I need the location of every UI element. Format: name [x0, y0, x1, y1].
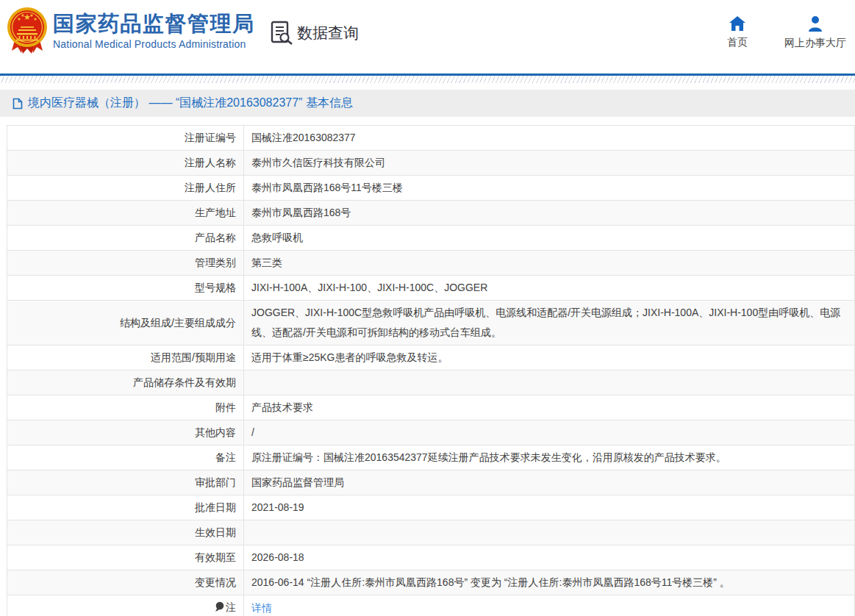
row-label: 有效期至	[7, 545, 244, 570]
table-row: 产品名称 急救呼吸机	[7, 226, 855, 251]
row-label: 结构及组成/主要组成成分	[7, 301, 244, 345]
row-label-text: 批准日期	[195, 501, 236, 513]
row-label-text: 管理类别	[195, 257, 236, 268]
table-row: 适用范围/预期用途 适用于体重≥25KG患者的呼吸急救及转运。	[7, 345, 855, 370]
row-label-text: 变更情况	[195, 576, 236, 588]
agency-title-cn: 国家药品监督管理局	[53, 11, 255, 36]
row-value	[244, 520, 855, 545]
row-label-text: 产品名称	[195, 232, 236, 243]
row-label: 型号规格	[7, 276, 244, 301]
page-header: ★ ★ ★ ★ ★ 国家药品监督管理局 National Medical Pro…	[0, 0, 855, 74]
table-row: 备注 原注册证编号：国械注准20163542377延续注册产品技术要求未发生变化…	[7, 445, 855, 470]
row-label-text: 结构及组成/主要组成成分	[120, 317, 236, 329]
row-label-text: 注册证编号	[185, 132, 236, 143]
row-value: 产品技术要求	[244, 395, 855, 420]
row-label-text: 适用范围/预期用途	[151, 351, 236, 363]
table-row: 其他内容 /	[7, 420, 855, 445]
row-label-text: 产品储存条件及有效期	[133, 376, 236, 388]
table-row: 注册人住所 泰州市凤凰西路168号11号楼三楼	[7, 176, 855, 201]
header-divider-stripes	[0, 76, 855, 83]
nav-home-label: 首页	[727, 36, 748, 49]
home-icon	[729, 16, 745, 31]
svg-text:★: ★	[33, 17, 37, 21]
row-label: 产品名称	[7, 226, 244, 251]
row-label-text: 注	[226, 601, 236, 613]
table-row: 型号规格 JIXI-H-100A、JIXI-H-100、JIXI-H-100C、…	[7, 276, 855, 301]
row-value: 急救呼吸机	[244, 226, 855, 251]
table-row: 有效期至 2026-08-18	[7, 545, 855, 570]
file-icon	[12, 98, 23, 110]
table-row: 审批部门 国家药品监督管理局	[7, 470, 855, 495]
row-value: 泰州市凤凰西路168号11号楼三楼	[244, 176, 855, 201]
row-value: /	[244, 420, 855, 445]
row-label: 审批部门	[7, 470, 244, 495]
national-emblem-icon: ★ ★ ★ ★ ★	[7, 7, 48, 55]
table-row: 产品储存条件及有效期	[7, 370, 855, 395]
nav-item-home[interactable]: 首页	[721, 16, 754, 50]
data-query-tab[interactable]: 数据查询	[271, 21, 359, 45]
brand-block: 国家药品监督管理局 National Medical Products Admi…	[53, 11, 255, 50]
row-label: 其他内容	[7, 420, 244, 445]
row-value: 国家药品监督管理局	[244, 470, 855, 495]
user-icon	[807, 16, 823, 32]
table-row: 注 详情	[7, 595, 855, 616]
row-label: 产品储存条件及有效期	[7, 370, 244, 395]
row-value: 泰州市久信医疗科技有限公司	[244, 151, 855, 176]
row-value: 2026-08-18	[244, 545, 855, 570]
row-value: 2016-06-14 “注册人住所:泰州市凤凰西路168号” 变更为 “注册人住…	[244, 570, 855, 595]
table-row: 结构及组成/主要组成成分 JOGGER、JIXI-H-100C型急救呼吸机产品由…	[7, 301, 855, 345]
row-value: JIXI-H-100A、JIXI-H-100、JIXI-H-100C、JOGGE…	[244, 276, 855, 301]
row-label-text: 附件	[215, 401, 236, 413]
row-label-text: 备注	[215, 451, 236, 463]
row-label-text: 型号规格	[195, 282, 236, 293]
row-value: 适用于体重≥25KG患者的呼吸急救及转运。	[244, 345, 855, 370]
row-value: 原注册证编号：国械注准20163542377延续注册产品技术要求未发生变化，沿用…	[244, 445, 855, 470]
table-row: 生产地址 泰州市凤凰西路168号	[7, 201, 855, 226]
bulb-icon	[215, 599, 224, 616]
table-row: 注册人名称 泰州市久信医疗科技有限公司	[7, 151, 855, 176]
row-label: 附件	[7, 395, 244, 420]
table-row: 附件 产品技术要求	[7, 395, 855, 420]
row-label: 管理类别	[7, 251, 244, 276]
row-label-text: 有效期至	[195, 551, 236, 563]
row-value: 泰州市凤凰西路168号	[244, 201, 855, 226]
row-label: 适用范围/预期用途	[7, 345, 244, 370]
nav-hall-label: 网上办事大厅	[784, 37, 846, 50]
row-value: JOGGER、JIXI-H-100C型急救呼吸机产品由呼吸机、电源线和适配器/开…	[244, 301, 855, 345]
row-label: 注册人住所	[7, 176, 244, 201]
breadcrumb-text: 境内医疗器械（注册） —— “国械注准20163082377” 基本信息	[28, 96, 353, 111]
doc-search-icon	[271, 21, 293, 45]
row-label: 注	[7, 595, 244, 616]
registration-info-table: 注册证编号 国械注准20163082377 注册人名称 泰州市久信医疗科技有限公…	[7, 125, 855, 616]
row-value: 国械注准20163082377	[244, 126, 855, 151]
table-row: 变更情况 2016-06-14 “注册人住所:泰州市凤凰西路168号” 变更为 …	[7, 570, 855, 595]
row-label-text: 生产地址	[195, 207, 236, 218]
svg-text:★: ★	[21, 13, 24, 18]
row-value: 第三类	[244, 251, 855, 276]
table-row: 批准日期 2021-08-19	[7, 495, 855, 520]
row-label-text: 生效日期	[195, 526, 236, 538]
row-label-text: 其他内容	[195, 426, 236, 438]
row-value	[244, 370, 855, 395]
national-emblem-logo: ★ ★ ★ ★ ★	[7, 7, 48, 55]
table-row: 生效日期	[7, 520, 855, 545]
row-label: 备注	[7, 445, 244, 470]
row-label: 注册证编号	[7, 126, 244, 151]
row-label-text: 审批部门	[195, 476, 236, 488]
row-label-text: 注册人住所	[185, 182, 236, 193]
nav-item-service-hall[interactable]: 网上办事大厅	[784, 16, 846, 50]
row-label: 生效日期	[7, 520, 244, 545]
row-label: 注册人名称	[7, 151, 244, 176]
row-label: 批准日期	[7, 495, 244, 520]
info-table-body: 注册证编号 国械注准20163082377 注册人名称 泰州市久信医疗科技有限公…	[7, 126, 855, 616]
row-value: 2021-08-19	[244, 495, 855, 520]
agency-title-en: National Medical Products Administration	[53, 38, 255, 50]
row-label: 生产地址	[7, 201, 244, 226]
table-row: 注册证编号 国械注准20163082377	[7, 126, 855, 151]
row-value: 详情	[244, 595, 855, 616]
detail-link[interactable]: 详情	[251, 602, 272, 614]
breadcrumb: 境内医疗器械（注册） —— “国械注准20163082377” 基本信息	[0, 90, 855, 117]
row-label: 变更情况	[7, 570, 244, 595]
data-query-label: 数据查询	[297, 23, 359, 43]
table-row: 管理类别 第三类	[7, 251, 855, 276]
